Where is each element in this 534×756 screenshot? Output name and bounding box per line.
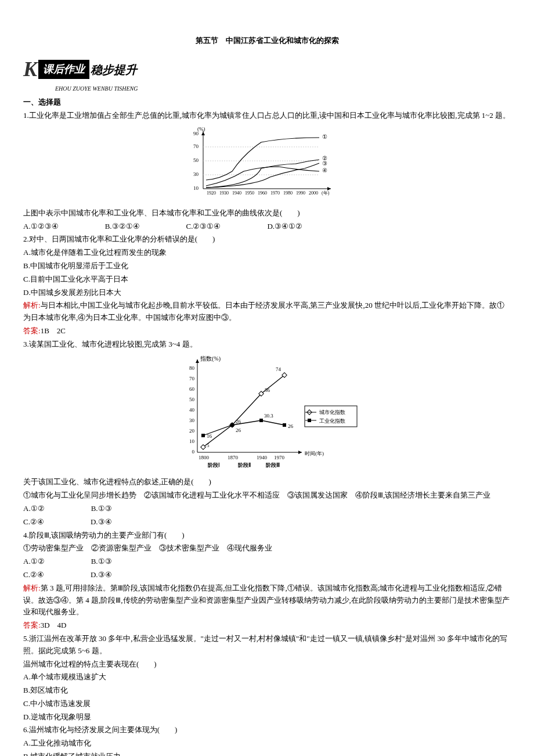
svg-text:30: 30 xyxy=(193,171,199,177)
svg-text:2000: 2000 xyxy=(309,190,318,196)
answer-34: 答案:3D 4D xyxy=(23,620,511,632)
question-4b: ①劳动密集型产业 ②资源密集型产业 ③技术密集型产业 ④现代服务业 xyxy=(23,542,511,555)
banner-bold: 稳步提升 xyxy=(91,60,137,79)
q4-opt-c: C.②④ xyxy=(23,569,44,581)
svg-rect-46 xyxy=(259,419,263,422)
svg-text:26: 26 xyxy=(288,423,294,429)
svg-text:50: 50 xyxy=(189,397,195,402)
q3-opt-c: C.②④ xyxy=(23,516,44,528)
svg-text:0: 0 xyxy=(192,449,195,455)
svg-text:16: 16 xyxy=(207,433,212,439)
svg-text:1920: 1920 xyxy=(207,190,216,196)
analysis-12: 解析:与日本相比,中国工业化与城市化起步晚,目前水平较低。日本由于经济发展水平高… xyxy=(23,300,511,324)
chart-2: 指数(%) 0 10 20 30 40 50 60 70 80 5 26 56 … xyxy=(23,354,511,474)
svg-text:74: 74 xyxy=(276,366,282,372)
question-3b: 关于该国工业化、城市化进程特点的叙述,正确的是( ) xyxy=(23,476,511,488)
svg-text:40: 40 xyxy=(189,407,195,413)
q1-options: A.①②③④ B.③②①④ C.②③①④ D.③④①② xyxy=(23,221,511,233)
answer-12: 答案:1B 2C xyxy=(23,325,511,337)
banner-pinyin: EHOU ZUOYE WENBU TISHENG xyxy=(55,84,511,93)
svg-text:1940: 1940 xyxy=(257,455,268,460)
svg-text:阶段Ⅱ: 阶段Ⅱ xyxy=(238,462,251,468)
q5-opt-b: B.郊区城市化 xyxy=(23,685,511,697)
svg-text:指数(%): 指数(%) xyxy=(200,355,221,362)
banner: K 课后作业 稳步提升 xyxy=(23,53,511,87)
svg-text:阶段Ⅲ: 阶段Ⅲ xyxy=(266,462,280,468)
svg-text:5: 5 xyxy=(207,442,210,448)
q2-opt-d: D.中国城乡发展差别比日本大 xyxy=(23,287,511,299)
q3-opt-d: D.③④ xyxy=(91,516,112,528)
q2-opt-c: C.目前中国工业化水平高于日本 xyxy=(23,273,511,286)
svg-text:30.3: 30.3 xyxy=(264,413,273,419)
question-4: 4.阶段Ⅲ,该国吸纳劳动力的主要产业部门有( ) xyxy=(23,530,511,542)
analysis-label: 解析: xyxy=(23,301,41,309)
svg-text:时间(年): 时间(年) xyxy=(305,451,324,456)
q1-opt-b: B.③②①④ xyxy=(105,221,140,233)
svg-text:90: 90 xyxy=(193,131,199,136)
svg-text:③: ③ xyxy=(322,160,327,167)
q4-opt-d: D.③④ xyxy=(91,569,112,581)
q5-opt-a: A.单个城市规模迅速扩大 xyxy=(23,671,511,683)
svg-text:80: 80 xyxy=(189,365,195,371)
question-1b: 上图中表示中国城市化率和工业化率、日本城市化率和工业化率的曲线依次是( ) xyxy=(23,207,511,219)
chart-1: (%) 10 30 50 70 90 ① ② ③ ④ 1920 1930 194… xyxy=(23,125,511,204)
svg-text:1940: 1940 xyxy=(232,190,241,196)
svg-text:30: 30 xyxy=(189,417,195,423)
y-label: (%) xyxy=(197,126,205,132)
q2-opt-a: A.城市化是伴随着工业化过程而发生的现象 xyxy=(23,247,511,259)
q1-opt-c: C.②③①④ xyxy=(186,221,221,233)
svg-text:1970: 1970 xyxy=(274,455,285,460)
svg-text:56: 56 xyxy=(265,387,270,393)
banner-box: 课后作业 xyxy=(38,60,89,79)
question-6: 6.温州城市化与经济发展之间主要体现为( ) xyxy=(23,724,511,736)
q4-opt-b: B.①③ xyxy=(91,556,112,568)
svg-text:70: 70 xyxy=(193,143,199,149)
svg-text:工业化指数: 工业化指数 xyxy=(319,418,345,424)
analysis-34: 解析:第 3 题,可用排除法。第Ⅲ阶段,该国城市化指数仍在提高,但工业化指数下降… xyxy=(23,582,511,618)
svg-text:1870: 1870 xyxy=(228,455,239,460)
q3-opts-row2: C.②④ D.③④ xyxy=(23,516,511,528)
q2-opt-b: B.中国城市化明显滞后于工业化 xyxy=(23,260,511,272)
svg-text:1960: 1960 xyxy=(258,190,267,196)
q5-opt-c: C.中小城市迅速发展 xyxy=(23,698,511,710)
q1-opt-d: D.③④①② xyxy=(267,221,302,233)
svg-rect-47 xyxy=(283,423,286,427)
svg-text:20: 20 xyxy=(189,428,195,434)
svg-text:阶段Ⅰ: 阶段Ⅰ xyxy=(208,462,220,468)
question-3c: ①城市化与工业化呈同步增长趋势 ②该国城市化进程与工业化水平不相适应 ③该国属发… xyxy=(23,489,511,502)
question-1: 1.工业化率是工业增加值占全部生产总值的比重,城市化率为城镇常住人口占总人口的比… xyxy=(23,110,511,122)
q3-opts-row1: A.①② B.①③ xyxy=(23,503,511,515)
q6-opt-b: B.城市化缓解了城市就业压力 xyxy=(23,751,511,756)
question-2: 2.对中、日两国城市化率和工业化率的分析错误的是( ) xyxy=(23,233,511,246)
q1-opt-a: A.①②③④ xyxy=(23,221,59,233)
svg-text:1990: 1990 xyxy=(296,190,305,196)
svg-rect-44 xyxy=(201,434,205,437)
svg-text:10: 10 xyxy=(193,185,199,191)
svg-text:1970: 1970 xyxy=(270,190,280,196)
banner-k: K xyxy=(23,53,37,87)
question-3: 3.读某国工业化、城市化进程比较图,完成第 3~4 题。 xyxy=(23,339,511,351)
answer-label: 答案: xyxy=(23,326,41,335)
svg-text:(年): (年) xyxy=(322,190,330,196)
svg-text:1980: 1980 xyxy=(283,190,293,196)
q4-opt-a: A.①② xyxy=(23,556,45,568)
svg-text:60: 60 xyxy=(189,386,195,392)
svg-text:城市化指数: 城市化指数 xyxy=(319,409,345,415)
svg-text:26: 26 xyxy=(236,427,241,433)
q3-opt-a: A.①② xyxy=(23,503,45,515)
svg-text:④: ④ xyxy=(322,167,327,174)
svg-text:①: ① xyxy=(322,134,327,140)
svg-text:1800: 1800 xyxy=(199,455,210,460)
svg-text:1930: 1930 xyxy=(219,190,229,196)
svg-text:70: 70 xyxy=(189,376,195,381)
svg-rect-45 xyxy=(230,423,234,427)
question-5b: 温州城市化过程的特点主要表现在( ) xyxy=(23,658,511,671)
q6-opt-a: A.工业化推动城市化 xyxy=(23,737,511,750)
svg-text:10: 10 xyxy=(189,438,195,444)
question-5: 5.浙江温州在改革开放 30 多年中,私营企业迅猛发展。"走过一村又一村,村村像… xyxy=(23,633,511,657)
page-title: 第五节 中国江苏省工业化和城市化的探索 xyxy=(23,35,511,47)
section-heading: 一、选择题 xyxy=(23,96,511,109)
q4-opts-row1: A.①② B.①③ xyxy=(23,556,511,568)
q4-opts-row2: C.②④ D.③④ xyxy=(23,569,511,581)
q3-opt-b: B.①③ xyxy=(91,503,112,515)
